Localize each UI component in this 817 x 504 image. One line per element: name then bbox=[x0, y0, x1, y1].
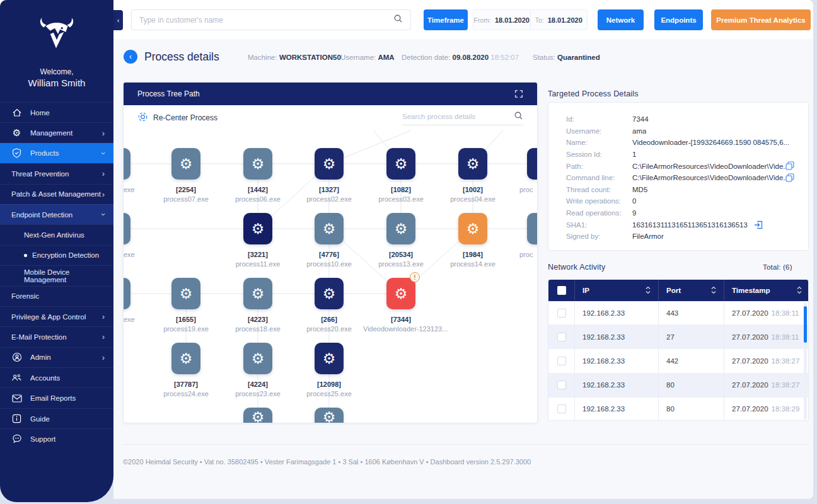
process-node[interactable]: ⚙ bbox=[386, 148, 415, 180]
cell-time: 18:38:11 bbox=[772, 309, 799, 317]
targeted-process-details-card: Id:7344 Username:ama Name:Videodownloade… bbox=[548, 102, 809, 251]
detail-value: 0 bbox=[632, 197, 636, 205]
detail-value: 1 bbox=[632, 151, 636, 158]
cell-port: 443 bbox=[658, 301, 724, 324]
sort-icon[interactable] bbox=[711, 286, 716, 295]
process-node[interactable]: ⚙ bbox=[315, 148, 344, 180]
row-checkbox[interactable] bbox=[557, 404, 566, 413]
gear-icon: ⚙ bbox=[180, 157, 193, 171]
sidebar-item-email-protection[interactable]: E-Mail Protection › bbox=[0, 326, 113, 346]
sidebar-item-support[interactable]: Support bbox=[0, 428, 113, 449]
process-node[interactable]: ⚙ bbox=[243, 278, 272, 309]
process-name: process23.exe bbox=[220, 390, 296, 398]
process-node[interactable]: ⚙ bbox=[171, 343, 200, 374]
process-node-partial[interactable]: ⚙ bbox=[315, 408, 344, 423]
process-tree-canvas[interactable]: exe exe exe proc proc ⚙[2254]process07.e… bbox=[124, 130, 538, 423]
chevron-down-icon: › bbox=[99, 213, 107, 215]
process-node[interactable]: ⚙ bbox=[171, 278, 200, 309]
process-node-partial[interactable]: ⚙ bbox=[243, 408, 272, 423]
process-search-input[interactable] bbox=[402, 113, 514, 120]
sidebar-item-mobile-device-management[interactable]: Mobile Device Management bbox=[0, 265, 113, 285]
machine-label: Machine: bbox=[248, 54, 277, 61]
sidebar-item-threat-prevention[interactable]: Threat Prevention › bbox=[0, 163, 113, 183]
timeframe-button[interactable]: Timeframe bbox=[424, 9, 468, 30]
copy-icon[interactable] bbox=[785, 173, 794, 183]
gear-icon: ⚙ bbox=[252, 157, 265, 171]
row-checkbox[interactable] bbox=[557, 333, 566, 341]
process-node[interactable]: ⚙ bbox=[171, 148, 200, 180]
process-node-threat[interactable]: ⚙! bbox=[386, 278, 415, 309]
sidebar-collapse-button[interactable]: ‹ bbox=[113, 10, 123, 30]
date-from[interactable]: From: 18.01.2020 bbox=[473, 10, 530, 30]
process-node[interactable]: ⚙ bbox=[315, 278, 344, 309]
process-id: [4224] bbox=[220, 381, 296, 388]
table-scrollbar[interactable] bbox=[804, 302, 807, 420]
sort-icon[interactable] bbox=[797, 286, 802, 295]
process-node[interactable]: ⚙ bbox=[315, 343, 344, 374]
detail-value: C:\FileArmorResources\VideoDownloader\Vi… bbox=[632, 174, 789, 181]
process-node[interactable]: ⚙ bbox=[458, 213, 487, 244]
sidebar-item-accounts[interactable]: Accounts bbox=[0, 367, 113, 387]
sort-icon[interactable] bbox=[646, 286, 651, 295]
process-node-partial[interactable] bbox=[123, 213, 130, 244]
scrollbar-thumb[interactable] bbox=[804, 306, 807, 343]
row-checkbox[interactable] bbox=[557, 309, 566, 318]
process-node[interactable]: ⚙ bbox=[458, 148, 487, 180]
sidebar-item-guide[interactable]: Guide bbox=[0, 408, 113, 428]
process-id: [20534] bbox=[363, 251, 439, 258]
table-row[interactable]: 192.168.2.33 27 27.07.202018:38:11 bbox=[548, 325, 808, 349]
recenter-process-button[interactable]: Re-Center Process bbox=[137, 112, 217, 124]
date-to[interactable]: To: 18.01.2020 bbox=[530, 10, 588, 30]
sidebar-item-label: Support bbox=[30, 435, 55, 443]
table-row[interactable]: 192.168.2.33 442 27.07.202018:38:27 bbox=[548, 349, 808, 373]
sidebar-item-label: Products bbox=[30, 149, 59, 157]
endpoints-button[interactable]: Endpoints bbox=[654, 9, 703, 30]
cell-date: 27.07.2020 bbox=[732, 357, 768, 365]
process-id: [266] bbox=[291, 316, 367, 323]
sidebar-item-management[interactable]: ⚙ Management › bbox=[0, 122, 113, 142]
cell-time: 18:38:27 bbox=[772, 357, 800, 365]
process-tree-title: Process Tree Path bbox=[137, 89, 200, 98]
sidebar-item-admin[interactable]: Admin › bbox=[0, 347, 113, 367]
sidebar-item-endpoint-detection[interactable]: Endpoint Detection › bbox=[0, 204, 113, 224]
process-node-partial[interactable] bbox=[527, 148, 538, 180]
sidebar-item-home[interactable]: Home bbox=[0, 102, 113, 122]
table-row[interactable]: 192.168.2.33 80 27.07.202018:38:29 bbox=[548, 398, 808, 421]
from-label: From: bbox=[474, 16, 491, 24]
submit-hash-icon[interactable] bbox=[754, 220, 763, 229]
customer-search-input[interactable] bbox=[132, 16, 393, 25]
sidebar-item-patch-asset-management[interactable]: Patch & Asset Management › bbox=[0, 184, 113, 204]
search-icon[interactable] bbox=[514, 111, 523, 123]
process-node[interactable]: ⚙ bbox=[315, 213, 344, 244]
sidebar-item-email-reports[interactable]: Email Reports bbox=[0, 387, 113, 408]
process-node[interactable]: ⚙ bbox=[386, 213, 415, 244]
search-icon[interactable] bbox=[393, 14, 403, 26]
process-node-partial[interactable] bbox=[123, 148, 130, 180]
table-row[interactable]: 192.168.2.33 80 27.07.202018:38:27 bbox=[548, 374, 808, 398]
detail-label: Signed by: bbox=[566, 232, 632, 240]
process-node-partial[interactable] bbox=[123, 278, 130, 309]
row-checkbox[interactable] bbox=[557, 357, 566, 365]
sidebar-item-encryption-detection[interactable]: Encryption Detection bbox=[0, 245, 113, 265]
network-button[interactable]: Network bbox=[598, 9, 644, 30]
table-row[interactable]: 192.168.2.33 443 27.07.202018:38:11 bbox=[548, 301, 808, 325]
sidebar-item-privilege-app-control[interactable]: Privilege & App Control › bbox=[0, 306, 113, 326]
detail-label: Session Id: bbox=[566, 151, 632, 158]
back-button[interactable]: ‹ bbox=[124, 50, 137, 64]
detail-label: Write operations: bbox=[566, 197, 632, 205]
process-node[interactable]: ⚙ bbox=[243, 148, 272, 180]
select-all-checkbox[interactable] bbox=[557, 286, 566, 295]
copy-icon[interactable] bbox=[785, 161, 794, 171]
process-node[interactable]: ⚙ bbox=[243, 213, 272, 244]
process-node[interactable]: ⚙ bbox=[243, 343, 272, 374]
process-node-partial[interactable] bbox=[527, 213, 538, 244]
sidebar-item-next-gen-antivirus[interactable]: Next-Gen Antivirus bbox=[0, 224, 113, 244]
sidebar-item-forensic[interactable]: Forensic bbox=[0, 286, 113, 306]
fullscreen-expand-icon[interactable] bbox=[514, 89, 523, 98]
detail-value: ama bbox=[632, 127, 646, 135]
sidebar-item-products[interactable]: Products › bbox=[0, 143, 113, 163]
premium-threat-analytics-button[interactable]: Premium Threat Analytics bbox=[711, 9, 811, 30]
row-checkbox[interactable] bbox=[557, 381, 566, 389]
details-section-title: Targeted Process Details bbox=[548, 89, 639, 98]
process-search bbox=[402, 111, 523, 125]
